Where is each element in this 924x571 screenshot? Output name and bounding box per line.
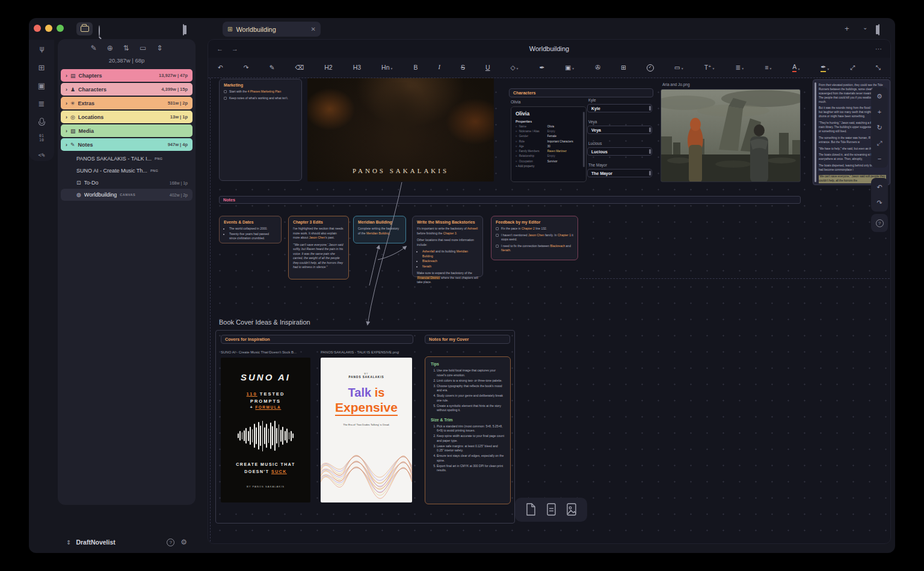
settings-gear-icon[interactable]: ⚙ (180, 538, 187, 546)
events-dates-note-card[interactable]: Events & Dates The world collapsed in 20… (219, 216, 282, 243)
chevron-right-icon[interactable]: › (66, 114, 67, 120)
canvas-zoom-in[interactable]: + (872, 104, 887, 120)
file-worldbuilding[interactable]: ◍ Worldbuilding CANVAS 402w | 2p (61, 189, 192, 201)
close-window-button[interactable] (34, 25, 41, 32)
tab-close-icon[interactable]: ✕ (311, 26, 316, 32)
split-view-button[interactable] (878, 25, 879, 35)
checkbox-icon[interactable] (496, 245, 499, 248)
character-field-box[interactable]: Kyle (587, 104, 652, 112)
canvas-fit-view[interactable]: ⤢ (872, 135, 887, 151)
todo-item[interactable]: Keep notes of what's working and what is… (224, 96, 297, 101)
todo-item[interactable]: Start with the 4 Phases Marketing Plan (224, 90, 297, 94)
expand-collapse[interactable]: ⇕ (156, 44, 162, 52)
property-row[interactable]: ≡ Occupation Survivor (516, 160, 581, 163)
panos-cover-image[interactable]: PANOS SAKALAKIS (307, 78, 494, 182)
toolbar-underline[interactable]: U (485, 64, 490, 72)
file-todo[interactable]: ⊡ To-Do 168w | 1p (61, 177, 192, 189)
sidebar-item-extras[interactable]: › ✳ Extras 531w | 2p (61, 97, 192, 109)
canvas-redo[interactable]: ↷ (872, 195, 887, 210)
checkbox-icon[interactable] (496, 234, 499, 237)
toolbar-italic[interactable]: I (438, 64, 440, 72)
infinite-canvas[interactable]: Marketing Start with the 4 Phases Market… (208, 78, 891, 544)
chevron-right-icon[interactable]: › (66, 73, 67, 79)
toolbar-format-painter[interactable]: ✎ (270, 64, 275, 72)
characters-section-header[interactable]: Characters (509, 88, 653, 97)
cover-tips-card[interactable]: Tips Use one bold focal image that captu… (425, 356, 511, 504)
canvas-zoom-out[interactable]: − (872, 151, 887, 166)
new-tab-button[interactable]: + (845, 25, 849, 32)
character-card-olivia[interactable]: Olivia Properties ≡ Name Olivia ≡ Nickna… (511, 106, 587, 182)
checkbox-icon[interactable] (496, 227, 499, 230)
character-field-box[interactable]: Veya (587, 126, 652, 134)
suno-cover-image[interactable]: SUNO AI 110 TESTED PROMPTS + FORMULA CRE… (221, 358, 310, 502)
canvas-settings[interactable]: ⚙ (872, 88, 887, 104)
editor-feedback-note-card[interactable]: Feedback by my Editor Fix the pace in Ch… (491, 216, 578, 260)
sidebar-item-notes[interactable]: › ✎ Notes 947w | 4p (61, 138, 192, 151)
toolbar-heading-3[interactable]: H3 (353, 64, 361, 72)
toolbar-table[interactable]: ⊞ (621, 64, 626, 72)
chevron-right-icon[interactable]: › (66, 128, 67, 134)
toolbar-list[interactable]: ≣ ▼ (736, 64, 745, 72)
toolbar-text-color[interactable]: A ▼ (792, 63, 800, 72)
missing-backstories-note-card[interactable]: Write the Missing Backstories It's impor… (412, 216, 483, 277)
talk-is-expensive-cover-image[interactable]: BY PANOS SAKALAKIS Talk is Expensive The… (321, 358, 412, 502)
compose[interactable]: ✎ (91, 44, 97, 52)
file-suno-png[interactable]: SUNO AI - Create Music Th... PNG (61, 165, 192, 177)
chapter3-edits-note-card[interactable]: Chapter 3 Edits I've highlighted the sec… (288, 216, 349, 279)
toolbar-fullscreen[interactable]: ⤢ (850, 64, 855, 72)
canvas-help-button[interactable]: ? (872, 215, 887, 231)
toolbar-undo[interactable]: ↶ (218, 64, 223, 72)
toolbar-task-check[interactable]: ✓ (647, 64, 654, 72)
property-row[interactable]: ≡ Family Members Raven Martinez (516, 150, 581, 153)
search-button[interactable] (99, 26, 100, 37)
toolbar-marker[interactable]: ✒ (540, 64, 545, 72)
binary-icon[interactable]: 01 10 (39, 134, 44, 142)
character-field-box[interactable]: Lucious (587, 147, 652, 156)
add-property-button[interactable]: + Add property (516, 165, 581, 168)
canvas-reset-view[interactable]: ↻ (872, 120, 887, 135)
toolbar-align[interactable]: ≡ ▼ (765, 64, 772, 72)
mic-icon[interactable] (40, 118, 44, 124)
add-folder[interactable]: ⊕ (107, 44, 113, 52)
more-options-button[interactable]: ⋯ (875, 45, 882, 53)
property-row[interactable]: ≡ Gender Female (516, 135, 581, 138)
zoom-window-button[interactable] (57, 25, 64, 32)
todo-item[interactable]: I haven't mentioned Jason Chen family. I… (496, 233, 573, 242)
help-icon[interactable]: ? (167, 539, 174, 546)
scrollbar[interactable] (583, 112, 585, 167)
sidebar-toggle-button[interactable] (183, 25, 184, 35)
chevron-right-icon[interactable]: › (66, 87, 67, 93)
marketing-note-card[interactable]: Marketing Start with the 4 Phases Market… (219, 79, 302, 181)
toolbar-comment[interactable]: ▭ ▼ (674, 64, 684, 72)
toolbar-bold[interactable]: B (413, 64, 417, 72)
sort[interactable]: ⇅ (123, 44, 129, 52)
todo-item[interactable]: I need to fix the connection between Bla… (496, 244, 573, 253)
toolbar-exit-fullscreen[interactable]: ⤡ (875, 64, 880, 72)
tab-list-button[interactable]: ⌄ (863, 25, 867, 31)
stack[interactable]: ▭ (140, 44, 146, 52)
property-row[interactable]: ≡ Relationship Empty (516, 154, 581, 157)
chevron-right-icon[interactable]: › (66, 100, 67, 106)
character-field-box[interactable]: The Mayor (587, 169, 652, 177)
mindmap-icon[interactable]: ⋔ (38, 46, 45, 53)
kanban-icon[interactable]: ≣ (38, 100, 45, 108)
sidebar-item-media[interactable]: › ▧ Media (61, 124, 192, 137)
file-panos-png[interactable]: PANOS SAKALAKIS - TALK I... PNG (61, 153, 192, 165)
project-switcher-icon[interactable]: ⇕ (66, 539, 71, 546)
toolbar-highlighter[interactable]: ✒ ▼ (821, 63, 830, 72)
checkbox-icon[interactable] (224, 90, 227, 93)
new-document-button[interactable] (546, 503, 556, 516)
notes-for-cover-header[interactable]: Notes for my Cover (425, 335, 510, 344)
toolbar-block-type[interactable]: ◇ ▼ (511, 64, 519, 72)
projects-button[interactable] (76, 22, 93, 35)
sidebar-item-characters[interactable]: › ♟ Characters 4,399w | 15p (61, 83, 192, 96)
card-icon[interactable]: ▣ (38, 82, 45, 90)
new-image-button[interactable] (566, 503, 577, 516)
property-row[interactable]: ≡ Role Important Characters (516, 140, 581, 143)
aria-and-jo-image[interactable] (661, 89, 801, 182)
checkbox-icon[interactable] (224, 97, 227, 100)
toolbar-heading-n[interactable]: Hn ▼ (381, 64, 393, 72)
grid-icon[interactable]: ⊞ (38, 64, 45, 72)
toolbar-text-style[interactable]: T⁺ ▼ (704, 64, 715, 72)
notes-section-header[interactable]: Notes (219, 196, 801, 204)
